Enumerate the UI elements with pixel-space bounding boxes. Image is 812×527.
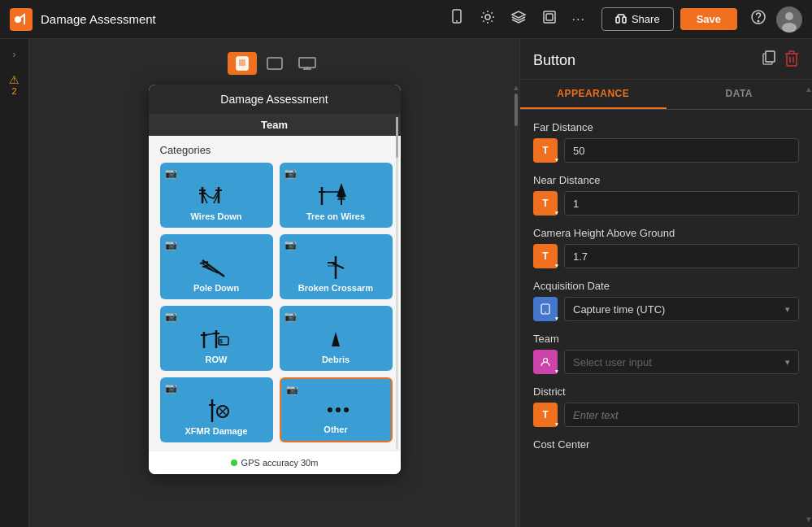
help-icon[interactable] [750, 9, 766, 29]
team-type-chevron: ▾ [555, 368, 558, 375]
phone-body: Categories 📷 [149, 136, 401, 451]
share-button[interactable]: Share [601, 7, 674, 31]
card-row[interactable]: 📷 $ ROW [160, 306, 273, 371]
acquisition-date-label: Acquisition Date [533, 280, 799, 292]
team-type-btn[interactable]: ▾ [533, 350, 558, 374]
sidebar-expand-btn[interactable]: › [10, 46, 20, 63]
layers-icon[interactable] [510, 9, 527, 29]
card-pole-down[interactable]: 📷 Pole Down [160, 234, 273, 299]
svg-point-13 [782, 23, 797, 33]
camera-height-type-btn[interactable]: T ▾ [533, 244, 558, 268]
svg-point-4 [485, 15, 490, 20]
wires-down-icon [196, 181, 237, 211]
debris-icon [315, 324, 356, 355]
phone-small-icon [540, 303, 551, 315]
acq-date-chevron: ▾ [555, 316, 558, 322]
card-wires-down[interactable]: 📷 [160, 163, 273, 228]
app-title: Damage Assessment [41, 12, 449, 26]
row-icon: $ [196, 324, 237, 355]
acquisition-date-field: Acquisition Date ▾ Capture time (UTC) ▾ [533, 280, 799, 321]
camera-height-chevron: ▾ [555, 263, 558, 269]
district-field: District T ▾ [533, 385, 799, 427]
cam-icon-4: 📷 [165, 311, 177, 322]
far-distance-label: Far Distance [533, 121, 799, 133]
device-tablet-btn[interactable] [260, 52, 289, 75]
sidebar-warning: ⚠ 2 [9, 73, 20, 96]
svg-rect-7 [616, 17, 619, 23]
card-broken-crossarm[interactable]: 📷 Broken Crossarm [280, 234, 393, 299]
team-label: Team [533, 333, 799, 345]
svg-point-68 [544, 359, 548, 363]
tab-appearance[interactable]: APPEARANCE [520, 80, 667, 109]
cam-icon-1: 📷 [284, 168, 297, 179]
tree-wires-icon [315, 181, 356, 211]
more-icon[interactable]: ··· [572, 12, 585, 27]
camera-height-row: T ▾ [533, 244, 799, 268]
scroll-down-arrow[interactable]: ▼ [805, 515, 812, 524]
card-label-5: Debris [322, 355, 350, 364]
near-distance-chevron: ▾ [555, 210, 558, 216]
svg-point-3 [456, 20, 458, 22]
user-avatar[interactable] [776, 7, 802, 33]
svg-rect-6 [546, 14, 553, 20]
svg-point-67 [545, 311, 546, 313]
cam-icon-3: 📷 [284, 239, 297, 250]
near-distance-type-label: T [542, 198, 548, 209]
card-xfmr[interactable]: 📷 XFMR Damage [160, 377, 273, 442]
panel-copy-icon[interactable] [760, 50, 776, 71]
card-tree-wires[interactable]: 📷 Tree on Wires [280, 163, 393, 228]
frame-icon[interactable] [541, 9, 558, 29]
near-distance-input[interactable] [564, 191, 799, 216]
share-label: Share [632, 13, 660, 25]
device-desktop-btn[interactable] [293, 52, 322, 75]
device-phone-btn[interactable] [228, 52, 257, 75]
main-layout: › ⚠ 2 ▲ ▼ [0, 39, 812, 527]
svg-point-58 [328, 407, 332, 412]
panel-actions [760, 50, 799, 71]
svg-rect-17 [267, 58, 282, 69]
svg-point-10 [758, 20, 759, 22]
card-label-0: Wires Down [191, 211, 242, 221]
svg-rect-62 [766, 51, 775, 62]
far-distance-row: T ▾ [533, 138, 799, 163]
team-placeholder: Select user input [573, 356, 652, 368]
district-input[interactable] [564, 403, 799, 427]
district-type-btn[interactable]: T ▾ [533, 403, 558, 427]
near-distance-type-btn[interactable]: T ▾ [533, 191, 558, 216]
svg-text:$: $ [219, 338, 223, 345]
panel-delete-icon[interactable] [784, 50, 799, 71]
right-panel: Button APPEARANCE DATA Far Distance [519, 39, 812, 527]
tab-data[interactable]: DATA [667, 80, 813, 109]
right-scrollbar: ▲ ▼ [805, 81, 812, 527]
app-logo [10, 8, 33, 31]
district-type-chevron: ▾ [555, 421, 558, 428]
other-icon [315, 394, 356, 425]
svg-rect-18 [299, 58, 315, 68]
scroll-up-arrow[interactable]: ▲ [805, 85, 812, 94]
gps-dot [231, 459, 237, 466]
far-distance-input[interactable] [564, 138, 799, 163]
card-label-1: Tree on Wires [306, 211, 365, 221]
panel-content: Far Distance T ▾ Near Distance T ▾ [520, 110, 812, 527]
acquisition-date-select[interactable]: Capture time (UTC) ▾ [564, 297, 799, 321]
save-button[interactable]: Save [680, 8, 737, 30]
acquisition-date-type-btn[interactable]: ▾ [533, 297, 558, 321]
mobile-icon[interactable] [449, 9, 465, 29]
near-distance-field: Near Distance T ▾ [533, 174, 799, 216]
user-input-icon [540, 356, 551, 368]
categories-grid: 📷 [160, 163, 393, 442]
pole-down-icon [196, 252, 237, 283]
svg-point-59 [336, 407, 341, 412]
team-select[interactable]: Select user input ▾ [564, 350, 799, 374]
district-row: T ▾ [533, 403, 799, 427]
settings-icon[interactable] [480, 9, 496, 29]
camera-height-input[interactable] [564, 244, 799, 268]
card-label-7: Other [323, 425, 347, 434]
svg-marker-52 [332, 332, 340, 346]
district-type-label: T [542, 409, 548, 420]
phone-header: Damage Assessment [149, 85, 401, 114]
card-other[interactable]: 📷 Other [280, 377, 393, 442]
camera-height-label: Camera Height Above Ground [533, 227, 799, 239]
far-distance-type-btn[interactable]: T ▾ [533, 138, 558, 163]
card-debris[interactable]: 📷 Debris [280, 306, 393, 371]
